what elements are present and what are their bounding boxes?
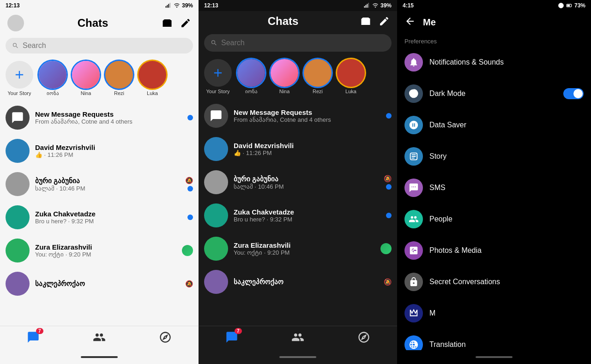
bell-icon [409, 57, 419, 67]
settings-item-m[interactable]: M [397, 298, 591, 329]
camera-icon-light[interactable] [162, 18, 173, 29]
secret-conversations-label: Secret Conversations [429, 278, 584, 286]
your-story-label-dark: Your Story [206, 89, 230, 94]
sms-icon-bg [404, 179, 423, 197]
chat-badge-dark: 7 [235, 328, 242, 334]
svg-rect-2 [168, 4, 169, 8]
search-input-light[interactable] [23, 42, 187, 50]
chat-item-zuka-dark[interactable]: Zuka Chakvetadze Bro u here? · 9:32 PM [199, 199, 397, 232]
svg-rect-6 [367, 4, 368, 8]
nav-discover-dark[interactable] [357, 331, 370, 346]
people-icon-bg [404, 210, 423, 228]
story-rezi-light[interactable]: Rezi [105, 61, 133, 96]
search-bar-light[interactable] [6, 38, 193, 54]
chat-item-zura-light[interactable]: Zura Elizarashvili You: ოქტი · 9:20 PM [0, 234, 199, 267]
settings-item-data-saver[interactable]: Data Saver [397, 109, 591, 141]
settings-item-story[interactable]: Story [397, 141, 591, 172]
story-icon-bg [404, 147, 423, 166]
nav-people-dark[interactable] [291, 331, 304, 346]
m-icon-bg [404, 304, 423, 322]
chat-avatar-zuka-dark [204, 203, 228, 227]
chat-item-david-dark[interactable]: David Mezvrishvili 👍 · 11:26 PM [199, 132, 397, 166]
muted-icon-zhura-dark: 🔕 [384, 175, 392, 182]
story-iona-dark[interactable]: იონა [237, 59, 265, 95]
chat-item-saklep-dark[interactable]: საკლეპროქაო 🔕 [199, 265, 397, 298]
add-story-btn-dark[interactable] [204, 59, 232, 87]
chat-item-saklep-light[interactable]: საკლეპროქაო 🔕 [0, 267, 199, 300]
search-input-dark[interactable] [221, 39, 385, 47]
status-bar-dark: 12:13 39% [199, 0, 397, 11]
home-indicator-light [81, 356, 118, 358]
unread-dot-msg-requests-light [187, 115, 193, 120]
settings-item-translation[interactable]: Translation [397, 329, 591, 350]
story-luka-dark[interactable]: Luka [337, 59, 365, 94]
settings-item-secret-conversations[interactable]: Secret Conversations [397, 266, 591, 298]
story-iona-light[interactable]: იონა [39, 61, 66, 96]
settings-item-notifications[interactable]: Notifications & Sounds [397, 47, 591, 78]
chat-preview-msg-requests-dark: From ანამარია, Cotne and 4 others [234, 116, 380, 123]
chat-right-saklep-light: 🔕 [185, 280, 193, 287]
chat-avatar-saklep-dark [204, 270, 228, 294]
story-nina-dark[interactable]: Nina [271, 59, 298, 94]
settings-page-title: Me [423, 17, 436, 28]
chat-avatar-zhura-light [6, 172, 30, 196]
compose-icon-dark[interactable] [379, 16, 390, 27]
compose-icon-light[interactable] [180, 18, 191, 29]
chat-name-david-dark: David Mezvrishvili [234, 142, 392, 149]
chat-right-zura-light [182, 245, 193, 256]
chat-item-zhura-light[interactable]: ბური გაბუნია სალამ · 10:46 PM 🔕 [0, 167, 199, 201]
chat-preview-zuka-dark: Bro u here? · 9:32 PM [234, 216, 380, 223]
user-avatar-light[interactable] [7, 15, 24, 31]
search-bar-dark[interactable] [204, 34, 392, 52]
battery-light: 39% [182, 2, 193, 9]
chat-item-david-light[interactable]: David Mezvrishvili 👍 · 11:26 PM [0, 134, 199, 167]
chat-item-zhura-dark[interactable]: ბური გაბუნია სალამ · 10:46 PM 🔕 [199, 166, 397, 199]
story-label-rezi-light: Rezi [114, 90, 124, 96]
plus-icon-light [13, 68, 26, 81]
notifications-label: Notifications & Sounds [429, 58, 584, 66]
home-indicator-dark [279, 356, 316, 358]
add-story-dark[interactable]: Your Story [204, 59, 232, 94]
wifi-icon [174, 2, 180, 9]
muted-icon-zhura-light: 🔕 [185, 177, 193, 184]
story-label-luka-light: Luka [147, 90, 158, 96]
sms-label: SMS [429, 184, 584, 192]
chat-info-david-dark: David Mezvrishvili 👍 · 11:26 PM [234, 142, 392, 156]
chat-item-msg-requests-light[interactable]: New Message Requests From ანამარია, Cotn… [0, 101, 199, 134]
globe-icon [409, 340, 419, 350]
story-rezi-dark[interactable]: Rezi [304, 59, 332, 94]
nav-chats-light[interactable]: 7 [27, 331, 40, 346]
chat-item-zura-dark[interactable]: Zura Elizarashvili You: ოქტი · 9:20 PM [199, 232, 397, 265]
settings-item-dark-mode[interactable]: Dark Mode [397, 78, 591, 109]
chat-avatar-msg-requests-light [6, 106, 30, 130]
camera-icon-dark[interactable] [360, 16, 371, 27]
nav-chats-dark[interactable]: 7 [225, 331, 238, 346]
status-bar-light: 12:13 39% [0, 0, 199, 11]
add-story-light[interactable]: Your Story [6, 61, 33, 96]
add-story-btn-light[interactable] [6, 61, 33, 89]
story-nina-light[interactable]: Nina [72, 61, 100, 96]
story-icon [409, 151, 419, 161]
signal-icon [165, 2, 172, 9]
dark-mode-label: Dark Mode [429, 90, 557, 98]
chat-item-msg-requests-dark[interactable]: New Message Requests From ანამარია, Cotn… [199, 99, 397, 132]
story-label-iona-dark: იონა [245, 89, 258, 95]
chat-right-zuka-dark [386, 213, 392, 218]
nav-people-light[interactable] [93, 331, 106, 346]
story-luka-light[interactable]: Luka [139, 61, 166, 96]
data-saver-icon [409, 120, 419, 130]
chat-preview-msg-requests-light: From ანამარია, Cotne and 4 others [35, 118, 182, 125]
settings-item-photos-media[interactable]: Photos & Media [397, 235, 591, 266]
bottom-nav-dark: 7 [199, 326, 397, 350]
nav-discover-light[interactable] [159, 331, 172, 346]
settings-item-sms[interactable]: SMS [397, 172, 591, 203]
settings-item-people[interactable]: People [397, 203, 591, 235]
lock-icon [409, 277, 419, 287]
dark-mode-toggle[interactable] [563, 88, 584, 99]
back-button[interactable] [404, 16, 416, 29]
top-bar-dark: Chats [199, 11, 397, 31]
story-avatar-luka-dark [337, 59, 365, 87]
time-settings: 4:15 [403, 2, 414, 9]
chat-preview-david-dark: 👍 · 11:26 PM [234, 149, 392, 156]
chat-item-zuka-light[interactable]: Zuka Chakvetadze Bro u here? · 9:32 PM [0, 201, 199, 234]
